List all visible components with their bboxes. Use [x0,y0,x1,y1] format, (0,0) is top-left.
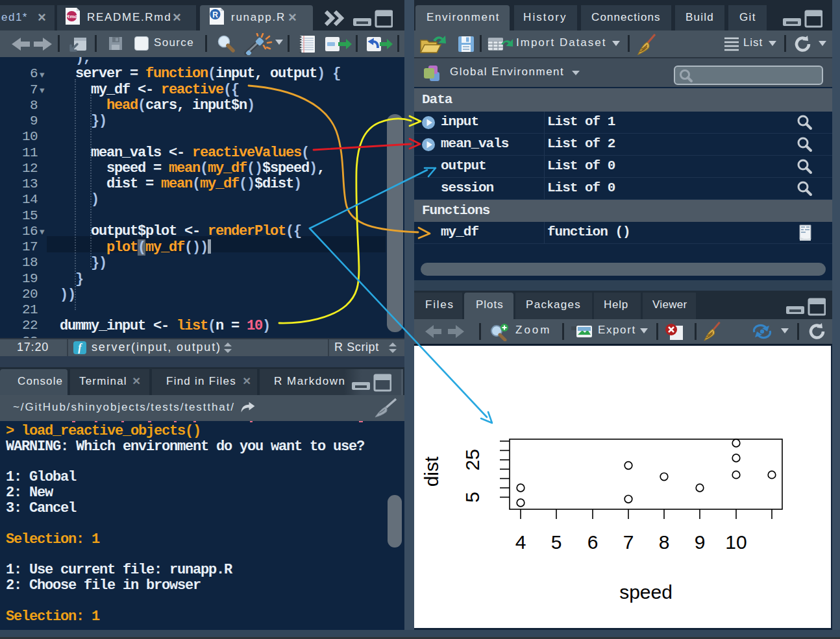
svg-text:dist: dist [421,456,442,487]
svg-text:Rmd: Rmd [66,14,78,19]
svg-text:8: 8 [659,531,670,553]
svg-text:6: 6 [587,531,599,553]
svg-text:R: R [212,10,218,19]
svg-text:25: 25 [462,449,483,470]
svg-text:4: 4 [515,531,526,553]
svg-text:9: 9 [695,531,706,553]
svg-text:5: 5 [462,492,483,503]
svg-text:10: 10 [725,531,747,553]
svg-text:speed: speed [619,581,673,603]
svg-text:5: 5 [551,531,562,553]
svg-text:7: 7 [623,531,634,553]
